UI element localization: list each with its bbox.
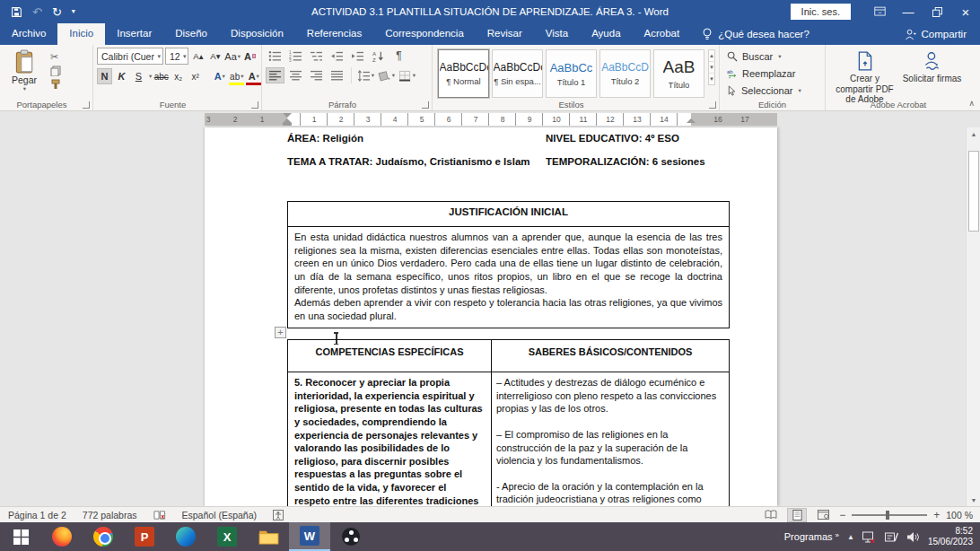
language-indicator[interactable]: Español (España) (174, 510, 265, 520)
undo-icon[interactable]: ↶ (32, 6, 42, 18)
decrease-indent-icon[interactable] (328, 48, 346, 64)
volume-icon[interactable] (906, 531, 920, 543)
tab-archivo[interactable]: Archivo (0, 23, 57, 45)
borders-icon[interactable]: ▾ (398, 67, 416, 83)
styles-scroll-up-icon[interactable]: ▲ (709, 50, 714, 62)
vertical-scrollbar[interactable]: ▲ ▼ (966, 127, 980, 506)
multilevel-list-icon[interactable] (307, 48, 326, 64)
start-button[interactable] (0, 522, 41, 551)
find-button[interactable]: Buscar ▾ (723, 48, 821, 65)
sort-icon[interactable]: AZ (369, 48, 388, 64)
close-button[interactable]: × (951, 0, 980, 23)
superscript-button[interactable]: x² (188, 68, 203, 84)
accessibility-icon[interactable] (265, 510, 292, 520)
proofing-status-icon[interactable]: x (145, 510, 174, 520)
document-page[interactable]: ÁREA: Religión NIVEL EDUCATIVO: 4º ESO T… (205, 127, 777, 506)
web-layout-icon[interactable] (813, 508, 833, 522)
paste-dropdown-arrow[interactable]: ▾ (23, 85, 26, 92)
paragraph-mark-icon[interactable]: ¶ (389, 48, 408, 64)
ruler[interactable]: 32112345678910111213141617 (205, 113, 777, 126)
highlight-color-button[interactable]: ab▾ (229, 68, 244, 84)
request-signatures-button[interactable]: x Solicitar firmas (900, 48, 964, 105)
format-painter-icon[interactable] (50, 79, 61, 90)
align-right-icon[interactable] (307, 67, 326, 83)
tab-revisar[interactable]: Revisar (476, 23, 534, 45)
grow-font-button[interactable]: A▴ (190, 48, 206, 65)
zoom-slider-thumb[interactable] (886, 511, 889, 520)
select-button[interactable]: Seleccionar ▾ (723, 82, 821, 99)
copy-icon[interactable] (50, 66, 61, 76)
network-status-icon[interactable]: x (862, 531, 877, 543)
style-sin-espa[interactable]: AaBbCcDc¶ Sin espa... (492, 49, 543, 98)
print-layout-icon[interactable] (787, 508, 807, 522)
clear-formatting-button[interactable]: A (242, 48, 258, 65)
replace-button[interactable]: ab Reemplazar (723, 65, 821, 82)
tab-insertar[interactable]: Insertar (105, 23, 163, 45)
zoom-in-icon[interactable]: + (933, 509, 940, 521)
italic-button[interactable]: K (114, 68, 129, 84)
scroll-up-icon[interactable]: ▲ (967, 127, 980, 140)
tab-correspondencia[interactable]: Correspondencia (373, 23, 476, 45)
increase-indent-icon[interactable] (348, 48, 367, 64)
create-pdf-button[interactable]: Crear y compartir PDF de Adobe (833, 48, 897, 105)
taskbar-powerpoint[interactable]: P (124, 522, 165, 551)
subscript-button[interactable]: x₂ (171, 68, 186, 84)
taskbar-chrome[interactable] (83, 522, 124, 551)
programs-toolbar[interactable]: Programas » (784, 531, 839, 542)
zoom-out-icon[interactable]: − (839, 509, 845, 521)
taskbar-file-explorer[interactable] (248, 522, 289, 551)
align-center-icon[interactable] (286, 67, 305, 83)
sign-in-button[interactable]: Inic. ses. (791, 4, 851, 20)
paragraph-dialog-launcher[interactable] (422, 101, 429, 109)
cut-icon[interactable]: ✂ (50, 51, 61, 63)
ribbon-display-options-icon[interactable] (865, 0, 894, 23)
bullet-list-icon[interactable] (266, 48, 284, 64)
shading-icon[interactable]: ▾ (377, 67, 396, 83)
tab-acrobat[interactable]: Acrobat (633, 23, 692, 45)
styles-scroll-down-icon[interactable]: ▼ (709, 62, 714, 74)
redo-icon[interactable]: ↻ (52, 6, 62, 18)
scroll-down-icon[interactable]: ▼ (967, 494, 980, 506)
underline-dropdown-arrow[interactable]: ▾ (149, 73, 152, 80)
font-name-combobox[interactable]: Calibri (Cuer ▾ (97, 48, 163, 65)
tab-disposici-n[interactable]: Disposición (219, 23, 295, 45)
save-icon[interactable] (11, 6, 22, 18)
taskbar-clock[interactable]: 8:52 15/06/2023 (928, 526, 973, 547)
taskbar-firefox[interactable] (41, 522, 83, 551)
zoom-level[interactable]: 100 % (946, 510, 973, 520)
text-effects-button[interactable]: A▾ (212, 68, 227, 84)
style-normal[interactable]: AaBbCcDc¶ Normal (438, 49, 489, 98)
line-spacing-icon[interactable]: ▾ (356, 67, 375, 83)
first-line-indent-marker[interactable] (283, 113, 292, 118)
left-indent-marker[interactable] (283, 123, 292, 126)
paste-button[interactable]: Pegar ▾ (4, 48, 45, 92)
style-título-1[interactable]: AaBbCcTítulo 1 (546, 49, 597, 98)
style-título-2[interactable]: AaBbCcDTítulo 2 (599, 49, 651, 98)
share-button[interactable]: Compartir (891, 23, 980, 45)
tab-vista[interactable]: Vista (534, 23, 580, 45)
taskbar-excel[interactable]: X (206, 522, 248, 551)
underline-button[interactable]: S (131, 68, 146, 84)
right-indent-marker[interactable] (687, 118, 696, 123)
minimize-button[interactable]: — (894, 0, 923, 23)
hidden-icons-chevron[interactable]: ▲ (847, 533, 854, 541)
zoom-slider[interactable] (852, 514, 927, 516)
bold-button[interactable]: N (97, 68, 112, 84)
collapse-ribbon-icon[interactable]: ∧ (968, 99, 975, 108)
read-mode-icon[interactable] (761, 508, 781, 522)
change-case-button[interactable]: Aa▾ (224, 48, 241, 65)
shrink-font-button[interactable]: A▾ (207, 48, 223, 65)
font-size-combobox[interactable]: 12 ▾ (165, 48, 188, 65)
font-color-button[interactable]: A▾ (246, 68, 261, 84)
tab-referencias[interactable]: Referencias (295, 23, 373, 45)
numbered-list-icon[interactable]: 123 (286, 48, 305, 64)
styles-more-icon[interactable]: ▼ (709, 74, 714, 84)
tell-me-box[interactable]: ¿Qué desea hacer? (691, 23, 820, 45)
taskbar-edge[interactable] (165, 522, 206, 551)
pen-input-icon[interactable] (885, 531, 898, 543)
align-left-icon[interactable] (266, 67, 284, 83)
font-dialog-launcher[interactable] (251, 101, 258, 109)
strikethrough-button[interactable]: abc (153, 68, 169, 84)
taskbar-word[interactable]: W (289, 522, 330, 551)
qat-customize-icon[interactable]: ▾ (72, 8, 75, 15)
